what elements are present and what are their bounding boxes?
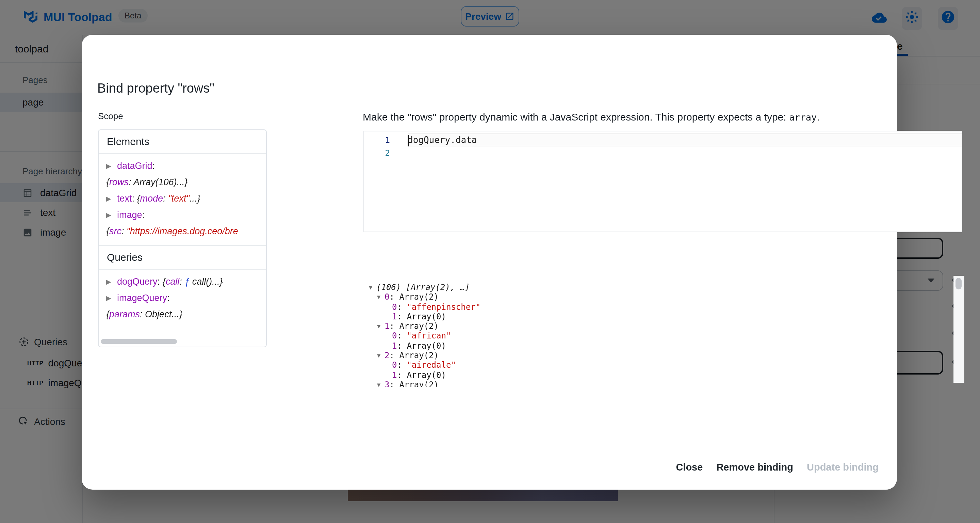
scope-tree-row[interactable]: {params: Object...} bbox=[106, 306, 266, 323]
tree-value: Array(2) bbox=[399, 292, 439, 302]
expand-arrow-icon[interactable]: ▶ bbox=[106, 158, 117, 174]
result-tree-row[interactable]: 0: "affenpinscher" bbox=[366, 302, 951, 312]
scope-label: Scope bbox=[98, 111, 123, 121]
array-summary: (106) [Array(2), …] bbox=[376, 282, 470, 292]
tree-value: Array(2) bbox=[399, 321, 439, 331]
elements-tree[interactable]: ▶dataGrid:{rows: Array(106)...}▶text: {m… bbox=[99, 154, 266, 245]
editor-line[interactable]: 1dogQuery.data bbox=[364, 134, 962, 147]
expand-arrow-icon[interactable]: ▼ bbox=[377, 380, 385, 387]
result-tree-row[interactable]: 1: Array(0) bbox=[366, 341, 951, 351]
tree-key: 0 bbox=[392, 360, 397, 370]
expand-arrow-icon[interactable]: ▼ bbox=[369, 282, 376, 292]
tree-value: "airedale" bbox=[407, 360, 456, 370]
tree-value: Array(0) bbox=[407, 312, 446, 321]
result-tree-row[interactable]: 0: "african" bbox=[366, 331, 951, 341]
tree-value: Array(2) bbox=[399, 380, 439, 387]
queries-tree[interactable]: ▶dogQuery: {call: ƒ call()...}▶imageQuer… bbox=[99, 269, 266, 328]
scope-tree-row[interactable]: ▶imageQuery: bbox=[106, 290, 266, 306]
vertical-scrollbar-track[interactable] bbox=[953, 276, 964, 383]
result-tree-row[interactable]: ▼0: Array(2) bbox=[366, 292, 951, 302]
tree-value: "african" bbox=[407, 331, 451, 341]
tree-key: 1 bbox=[385, 321, 389, 331]
line-number: 1 bbox=[364, 135, 390, 145]
code-area[interactable] bbox=[408, 147, 962, 159]
expand-arrow-icon[interactable]: ▶ bbox=[106, 207, 117, 223]
description-text: Make the "rows" property dynamic with a … bbox=[363, 111, 789, 123]
vertical-scrollbar-thumb[interactable] bbox=[956, 278, 962, 289]
expand-arrow-icon[interactable]: ▶ bbox=[106, 290, 117, 306]
tree-value: Array(2) bbox=[399, 351, 439, 360]
tree-key: 0 bbox=[392, 331, 397, 341]
scope-tree-row[interactable]: {src: "https://images.dog.ceo/bre bbox=[106, 223, 266, 240]
scope-tree-row[interactable]: ▶dogQuery: {call: ƒ call()...} bbox=[106, 274, 266, 290]
horizontal-scrollbar[interactable] bbox=[101, 339, 177, 344]
scope-panel: Elements ▶dataGrid:{rows: Array(106)...}… bbox=[98, 129, 267, 347]
tree-value: Array(0) bbox=[407, 341, 446, 351]
evaluation-result-tree[interactable]: ▼(106) [Array(2), …]▼0: Array(2)0: "affe… bbox=[366, 279, 951, 387]
result-tree-row[interactable]: ▼2: Array(2) bbox=[366, 351, 951, 360]
scope-tree-row[interactable]: ▶text: {mode: "text"...} bbox=[106, 191, 266, 207]
text-caret bbox=[408, 135, 409, 147]
tree-key: 0 bbox=[392, 302, 397, 311]
scope-tree-row[interactable]: {rows: Array(106)...} bbox=[106, 174, 266, 191]
expand-arrow-icon[interactable]: ▼ bbox=[377, 351, 385, 360]
result-tree-row[interactable]: ▼(106) [Array(2), …] bbox=[366, 282, 951, 292]
tree-key: 1 bbox=[392, 312, 397, 321]
scope-tree-row[interactable]: ▶dataGrid: bbox=[106, 158, 266, 174]
expression-code-editor[interactable]: 1dogQuery.data2 bbox=[363, 131, 962, 232]
tree-key: 1 bbox=[392, 370, 397, 379]
remove-binding-button[interactable]: Remove binding bbox=[710, 457, 800, 477]
expand-arrow-icon[interactable]: ▼ bbox=[377, 292, 385, 302]
expand-arrow-icon[interactable]: ▶ bbox=[106, 274, 117, 290]
result-tree-row[interactable]: 1: Array(0) bbox=[366, 370, 951, 380]
tree-key: 1 bbox=[392, 341, 397, 351]
close-button[interactable]: Close bbox=[669, 457, 710, 477]
elements-header: Elements bbox=[99, 130, 266, 154]
screen: MUI Toolpad Beta Preview toolpad P bbox=[0, 0, 980, 523]
result-tree-row[interactable]: ▼1: Array(2) bbox=[366, 321, 951, 331]
tree-value: Array(0) bbox=[407, 370, 446, 379]
editor-line[interactable]: 2 bbox=[364, 147, 962, 159]
line-number: 2 bbox=[364, 148, 390, 158]
expand-arrow-icon[interactable]: ▶ bbox=[106, 191, 117, 207]
tree-key: 3 bbox=[385, 380, 389, 387]
code-area[interactable]: dogQuery.data bbox=[408, 134, 962, 147]
tree-key: 2 bbox=[385, 351, 389, 360]
tree-key: 0 bbox=[385, 292, 389, 302]
result-tree-row[interactable]: ▼3: Array(2) bbox=[366, 380, 951, 387]
update-binding-button[interactable]: Update binding bbox=[800, 457, 885, 477]
result-tree-row[interactable]: 1: Array(0) bbox=[366, 312, 951, 322]
dialog-description: Make the "rows" property dynamic with a … bbox=[363, 111, 820, 123]
expand-arrow-icon[interactable]: ▼ bbox=[377, 321, 385, 331]
code-text: dogQuery.data bbox=[408, 135, 477, 145]
result-tree-row[interactable]: 0: "airedale" bbox=[366, 360, 951, 370]
queries-header: Queries bbox=[99, 245, 266, 269]
dialog-title: Bind property "rows" bbox=[97, 81, 215, 96]
expected-type: array bbox=[789, 112, 817, 123]
tree-value: "affenpinscher" bbox=[407, 302, 480, 311]
dialog-footer: Close Remove binding Update binding bbox=[669, 457, 885, 477]
scope-tree-row[interactable]: ▶image: bbox=[106, 207, 266, 223]
bind-property-dialog: Bind property "rows" Scope Elements ▶dat… bbox=[82, 35, 897, 490]
